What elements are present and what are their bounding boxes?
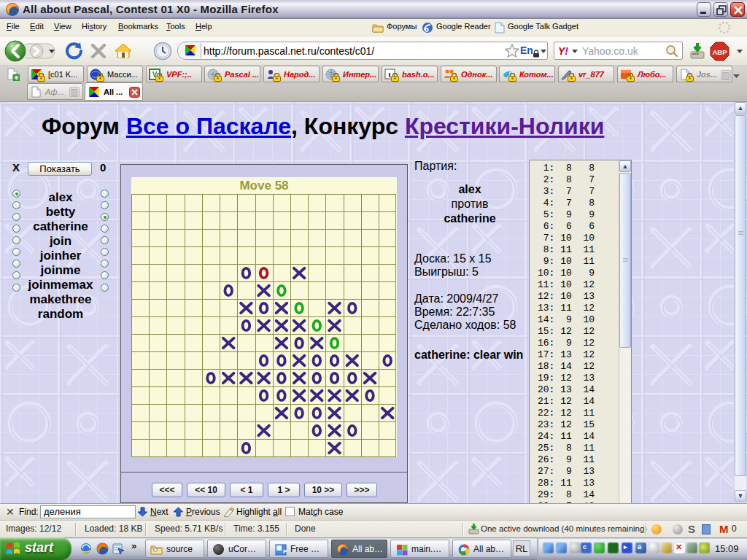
svg-text:ABP: ABP	[712, 48, 727, 56]
svg-text:P: P	[283, 548, 287, 555]
